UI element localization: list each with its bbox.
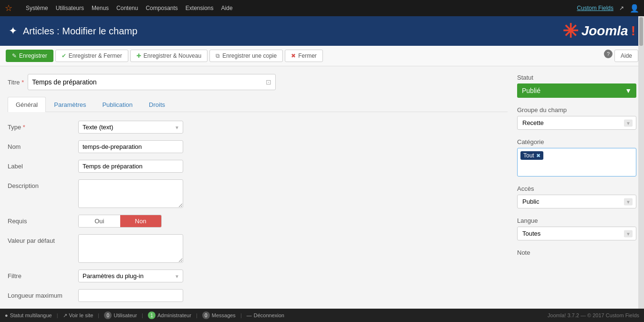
user-icon[interactable]: 👤 <box>630 4 639 13</box>
deconnexion-label[interactable]: Déconnexion <box>254 312 284 316</box>
messages-count: 0 <box>202 312 210 316</box>
statut-label: Statut <box>517 74 636 81</box>
save-copy-button[interactable]: ⧉ Enregistrer une copie <box>209 50 283 62</box>
menu-menus[interactable]: Menus <box>92 5 109 11</box>
acces-select[interactable]: Public <box>517 195 636 208</box>
categorie-label: Catégorie <box>517 138 636 145</box>
save-new-button[interactable]: ✚ Enregistrer & Nouveau <box>130 50 208 62</box>
close-button[interactable]: ✖ Fermer <box>285 50 323 62</box>
title-field[interactable] <box>32 78 266 86</box>
menu-utilisateurs[interactable]: Utilisateurs <box>56 5 84 11</box>
header-bar: ✦ Articles : Modifier le champ ✳ Joomla! <box>0 16 644 46</box>
categorie-tag-remove-icon[interactable]: ✖ <box>536 153 540 159</box>
type-select[interactable]: Texte (text) <box>78 121 183 134</box>
label-field[interactable] <box>78 160 183 173</box>
tabs: Général Paramètres Publication Droits <box>8 97 508 112</box>
save-button[interactable]: ✎ Enregistrer <box>6 50 53 62</box>
joomla-asterisk-icon: ✳ <box>562 20 579 42</box>
note-label: Note <box>517 249 636 256</box>
statut-dropdown[interactable]: Publié ▼ <box>517 83 636 98</box>
sep5: | <box>240 312 242 316</box>
user-item: 0 Utilisateur <box>104 312 137 316</box>
tab-droits[interactable]: Droits <box>141 97 173 112</box>
type-row: Type Texte (text) ▼ <box>8 121 508 134</box>
admin-item: 1 Administrateur <box>148 312 191 316</box>
external-link-icon: ↗ <box>619 5 624 11</box>
main-panel: Titre * ⊡ Général Paramètres Publication… <box>8 74 508 309</box>
toolbar: ✎ Enregistrer ✔ Enregistrer & Fermer ✚ E… <box>0 46 644 66</box>
menu-systeme[interactable]: Système <box>26 5 48 11</box>
multilang-label[interactable]: Statut multilangue <box>10 312 52 316</box>
question-icon: ? <box>604 50 613 58</box>
messages-label[interactable]: Messages <box>212 312 236 316</box>
admin-count: 1 <box>148 312 156 316</box>
requis-toggle-group: Oui Non <box>78 215 162 228</box>
statut-section: Statut Publié ▼ <box>517 74 636 98</box>
custom-fields-link[interactable]: Custom Fields <box>577 5 613 11</box>
label-label: Label <box>8 160 74 170</box>
x-icon: ✖ <box>291 52 296 59</box>
requis-non-button[interactable]: Non <box>120 215 162 227</box>
joomla-logo: ✳ Joomla! <box>562 20 635 42</box>
joomla-icon: ☆ <box>5 3 12 13</box>
tab-publication[interactable]: Publication <box>94 97 141 112</box>
categorie-section: Catégorie Tout ✖ <box>517 138 636 177</box>
filtre-select-wrapper: Paramètres du plug-in ▼ <box>78 270 183 282</box>
check-icon: ✔ <box>62 52 66 59</box>
help-button[interactable]: Aide <box>614 50 638 62</box>
multilang-icon: ● <box>5 312 8 316</box>
longueur-field[interactable] <box>78 289 183 302</box>
type-select-wrapper: Texte (text) ▼ <box>78 121 183 134</box>
content-area: Titre * ⊡ Général Paramètres Publication… <box>0 66 644 316</box>
admin-label[interactable]: Administrateur <box>157 312 191 316</box>
categorie-box[interactable]: Tout ✖ <box>517 148 636 177</box>
title-input-wrapper: ⊡ <box>28 74 276 90</box>
title-label: Titre * <box>8 79 24 86</box>
tab-parametres[interactable]: Paramètres <box>46 97 94 112</box>
nom-row: Nom <box>8 140 508 153</box>
scroll-thumb[interactable] <box>639 17 643 46</box>
tab-general[interactable]: Général <box>8 97 46 112</box>
sep1: | <box>57 312 58 316</box>
scrollbar[interactable] <box>638 16 644 309</box>
topbar: ☆ Système Utilisateurs Menus Contenu Com… <box>0 0 644 16</box>
requis-row: Requis Oui Non <box>8 215 508 228</box>
filtre-select[interactable]: Paramètres du plug-in <box>78 270 183 282</box>
copy-icon: ⧉ <box>216 52 220 59</box>
toggle-icon[interactable]: ⊡ <box>266 78 271 86</box>
joomla-text: Joomla <box>582 23 628 39</box>
multilang-item: ● Statut multilangue <box>5 312 52 316</box>
sep2: | <box>98 312 99 316</box>
nom-label: Nom <box>8 140 74 150</box>
requis-oui-button[interactable]: Oui <box>79 215 120 227</box>
menu-aide[interactable]: Aide <box>221 5 233 11</box>
longueur-row: Longueur maximum <box>8 289 508 302</box>
langue-select[interactable]: Toutes <box>517 227 636 240</box>
top-menu: Système Utilisateurs Menus Contenu Compo… <box>26 5 568 11</box>
statusbar: ● Statut multilangue | ↗ Voir le site | … <box>0 309 644 316</box>
description-label: Description <box>8 179 74 189</box>
filtre-row: Filtre Paramètres du plug-in ▼ <box>8 270 508 282</box>
groupe-label: Groupe du champ <box>517 106 636 114</box>
menu-composants[interactable]: Composants <box>145 5 177 11</box>
valeur-field[interactable] <box>78 234 183 263</box>
valeur-row: Valeur par défaut <box>8 234 508 263</box>
langue-label: Langue <box>517 217 636 224</box>
nom-field[interactable] <box>78 140 183 153</box>
page-title: Articles : Modifier le champ <box>23 26 562 37</box>
langue-section: Langue Toutes ▼ <box>517 217 636 240</box>
groupe-section: Groupe du champ Recette ▼ <box>517 106 636 130</box>
menu-extensions[interactable]: Extensions <box>186 5 214 11</box>
puzzle-icon: ✦ <box>9 25 17 37</box>
save-close-button[interactable]: ✔ Enregistrer & Fermer <box>55 50 128 62</box>
user-label[interactable]: Utilisateur <box>114 312 137 316</box>
requis-label: Requis <box>8 215 74 225</box>
sep4: | <box>196 312 197 316</box>
statut-arrow-icon: ▼ <box>625 87 632 94</box>
groupe-select[interactable]: Recette <box>517 116 636 130</box>
description-field[interactable] <box>78 179 183 208</box>
site-label[interactable]: Voir le site <box>69 312 93 316</box>
filtre-label: Filtre <box>8 270 74 280</box>
menu-contenu[interactable]: Contenu <box>116 5 138 11</box>
sep3: | <box>142 312 143 316</box>
